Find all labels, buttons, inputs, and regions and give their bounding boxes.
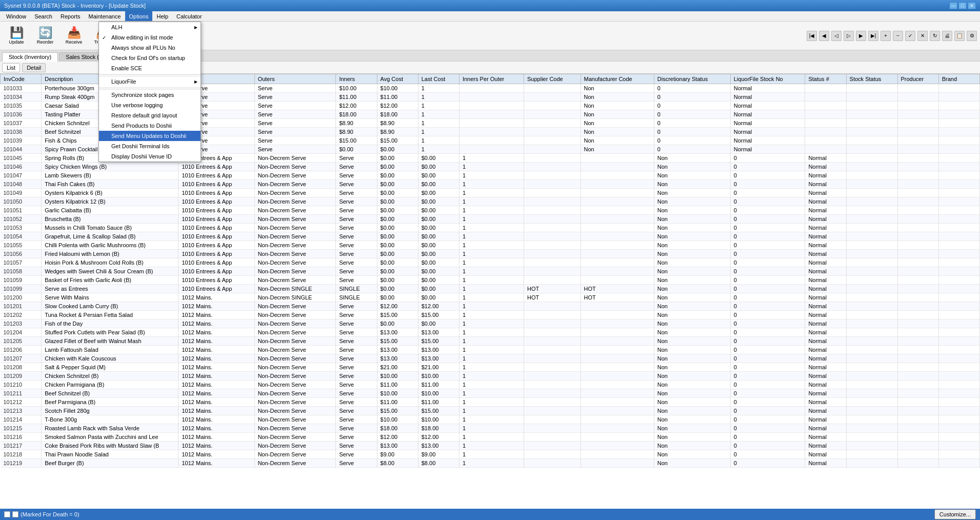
table-row[interactable]: 101207Chicken with Kale Couscous1012 Mai… xyxy=(1,354,980,363)
print-button[interactable]: 🖨 xyxy=(942,31,952,41)
table-cell xyxy=(459,119,524,128)
col-supplier-code[interactable]: Supplier Code xyxy=(524,74,581,84)
title-bar-controls[interactable]: — □ ✕ xyxy=(949,2,976,9)
menu-allow-editing[interactable]: Allow editing in list mode xyxy=(99,32,201,43)
table-row[interactable]: 101050Oysters Kilpatrick 12 (B)1010 Entr… xyxy=(1,197,980,206)
minimize-button[interactable]: — xyxy=(949,2,957,9)
table-row[interactable]: 101058Wedges with Sweet Chili & Sour Cre… xyxy=(1,267,980,276)
table-row[interactable]: 101212Beef Parmigiana (B)1012 Mains.Non-… xyxy=(1,398,980,407)
col-status-hash[interactable]: Status # xyxy=(805,74,846,84)
table-row[interactable]: 101217Coke Braised Pork Ribs with Mustar… xyxy=(1,442,980,450)
table-row[interactable]: 101048Thai Fish Cakes (B)1010 Entrees & … xyxy=(1,180,980,189)
menu-send-menu[interactable]: Send Menu Updates to Doshii xyxy=(99,131,201,141)
checkbox-2[interactable]: ✓ xyxy=(12,511,18,517)
col-brand[interactable]: Brand xyxy=(938,74,979,84)
table-row[interactable]: 101219Beef Burger (B)1012 Mains.Non-Decr… xyxy=(1,459,980,468)
minus-button[interactable]: − xyxy=(893,31,903,41)
col-last-cost[interactable]: Last Cost xyxy=(418,74,459,84)
table-row[interactable]: 101203Fish of the Day1012 Mains.Non-Decr… xyxy=(1,319,980,328)
table-row[interactable]: 101208Salt & Pepper Squid (M)1012 Mains.… xyxy=(1,363,980,372)
table-row[interactable]: 101218Thai Prawn Noodle Salad1012 Mains.… xyxy=(1,450,980,459)
table-row[interactable]: 101209Chicken Schnitzel (B)1012 Mains.No… xyxy=(1,372,980,381)
table-row[interactable]: 101053Mussels in Chilli Tomato Sauce (B)… xyxy=(1,224,980,232)
table-row[interactable]: 101201Slow Cooked Lamb Curry (B)1012 Mai… xyxy=(1,302,980,311)
table-row[interactable]: 101056Fried Haloumi with Lemon (B)1010 E… xyxy=(1,250,980,258)
nav-prev2-button[interactable]: ◁ xyxy=(831,31,842,41)
table-row[interactable]: 101049Oysters Kilpatrick 6 (B)1010 Entre… xyxy=(1,189,980,197)
reorder-button[interactable]: 🔄 Reorder xyxy=(32,24,58,48)
table-row[interactable]: 101200Serve With Mains1012 Mains.Non-Dec… xyxy=(1,293,980,302)
nav-prev-button[interactable]: ◀ xyxy=(819,31,829,41)
col-avg-cost[interactable]: Avg Cost xyxy=(377,74,418,84)
table-row[interactable]: 101216Smoked Salmon Pasta with Zucchini … xyxy=(1,433,980,442)
col-invcode[interactable]: InvCode xyxy=(1,74,42,84)
menu-send-products[interactable]: Send Products to Doshii xyxy=(99,121,201,131)
menu-display-venue[interactable]: Display Doshii Venue ID xyxy=(99,151,201,162)
menu-sync-stock[interactable]: Synchronize stock pages xyxy=(99,90,201,100)
menu-search[interactable]: Search xyxy=(30,11,56,21)
tab-stock-inventory[interactable]: Stock (Inventory) xyxy=(2,52,58,62)
menu-verbose-logging[interactable]: Use verbose logging xyxy=(99,100,201,110)
table-row[interactable]: 101047Lamb Skewers (B)1010 Entrees & App… xyxy=(1,171,980,180)
table-row[interactable]: 101206Lamb Fattoush Salad1012 Mains.Non-… xyxy=(1,346,980,354)
confirm-button[interactable]: ✓ xyxy=(905,31,915,41)
table-row[interactable]: 101213Scotch Fillet 280g1012 Mains.Non-D… xyxy=(1,407,980,415)
close-button[interactable]: ✕ xyxy=(968,2,976,9)
menu-always-show-plus[interactable]: Always show all PLUs No xyxy=(99,43,201,53)
checkbox-1[interactable]: ✓ xyxy=(4,511,10,517)
nav-last-button[interactable]: ▶| xyxy=(868,31,878,41)
table-cell xyxy=(897,442,938,450)
config-button[interactable]: ⚙ xyxy=(967,31,977,41)
table-row[interactable]: 101055Chilli Polenta with Garlic Mushroo… xyxy=(1,241,980,250)
table-row[interactable]: 101202Tuna Rocket & Persian Fetta Salad1… xyxy=(1,311,980,319)
menu-check-end-of[interactable]: Check for End Of's on startup xyxy=(99,53,201,63)
col-outers[interactable]: Outers xyxy=(254,74,336,84)
nav-first-button[interactable]: |◀ xyxy=(807,31,817,41)
menu-liquorfile[interactable]: LiquorFile xyxy=(99,76,201,87)
menu-restore-grid[interactable]: Restore default grid layout xyxy=(99,110,201,121)
col-producer[interactable]: Producer xyxy=(897,74,938,84)
subtab-detail[interactable]: Detail xyxy=(22,63,46,72)
update-button[interactable]: 💾 Update xyxy=(3,24,30,48)
table-cell: Salt & Pepper Squid (M) xyxy=(42,363,178,372)
table-row[interactable]: 101054Grapefruit, Lime & Scallop Salad (… xyxy=(1,232,980,241)
col-liquorfile-stock-no[interactable]: LiquorFile Stock No xyxy=(730,74,805,84)
table-row[interactable]: 101205Glazed Fillet of Beef with Walnut … xyxy=(1,337,980,346)
table-row[interactable]: 101057Hoisin Pork & Mushroom Cold Rolls … xyxy=(1,258,980,267)
menu-alh[interactable]: ALH xyxy=(99,22,201,32)
cancel-button[interactable]: ✕ xyxy=(917,31,928,41)
menu-reports[interactable]: Reports xyxy=(56,11,85,21)
copy-button[interactable]: 📋 xyxy=(954,31,965,41)
menu-help[interactable]: Help xyxy=(152,11,172,21)
refresh-button[interactable]: ↻ xyxy=(930,31,940,41)
table-cell: 101219 xyxy=(1,459,42,468)
menu-calculator[interactable]: Calculator xyxy=(172,11,206,21)
maximize-button[interactable]: □ xyxy=(958,2,967,9)
table-row[interactable]: 101215Roasted Lamb Rack with Salsa Verde… xyxy=(1,424,980,433)
table-row[interactable]: 101052Bruschetta (B)1010 Entrees & AppNo… xyxy=(1,215,980,224)
receive-button[interactable]: 📥 Receive xyxy=(61,24,87,48)
col-manufacturer-code[interactable]: Manufacturer Code xyxy=(581,74,654,84)
table-row[interactable]: 101059Basket of Fries with Garlic Aioli … xyxy=(1,276,980,285)
menu-get-terminal-ids[interactable]: Get Doshii Terminal Ids xyxy=(99,141,201,151)
menu-window[interactable]: Window xyxy=(2,11,30,21)
nav-next-button[interactable]: ▶ xyxy=(856,31,866,41)
table-row[interactable]: 101204Stuffed Pork Cutlets with Pear Sal… xyxy=(1,328,980,337)
customize-button[interactable]: Customize... xyxy=(934,509,976,519)
menu-maintenance[interactable]: Maintenance xyxy=(85,11,125,21)
table-row[interactable]: 101211Beef Schnitzel (B)1012 Mains.Non-D… xyxy=(1,389,980,398)
add-button[interactable]: + xyxy=(881,31,891,41)
table-row[interactable]: 101046Spicy Chicken Wings (B)1010 Entree… xyxy=(1,163,980,171)
table-row[interactable]: 101210Chicken Parmigiana (B)1012 Mains.N… xyxy=(1,381,980,389)
col-discretionary-status[interactable]: Discretionary Status xyxy=(654,74,730,84)
col-inners[interactable]: Inners xyxy=(336,74,377,84)
menu-options[interactable]: Options xyxy=(125,11,153,21)
subtab-list[interactable]: List xyxy=(2,63,20,72)
nav-next2-button[interactable]: ▷ xyxy=(844,31,854,41)
table-row[interactable]: 101099Serve as Entrees1010 Entrees & App… xyxy=(1,285,980,293)
col-inners-per-outer[interactable]: Inners Per Outer xyxy=(459,74,524,84)
menu-enable-sce[interactable]: Enable SCE xyxy=(99,63,201,73)
col-stock-status[interactable]: Stock Status xyxy=(846,74,897,84)
table-row[interactable]: 101051Garlic Ciabatta (B)1010 Entrees & … xyxy=(1,206,980,215)
table-row[interactable]: 101214T-Bone 300g1012 Mains.Non-Decrem S… xyxy=(1,415,980,424)
